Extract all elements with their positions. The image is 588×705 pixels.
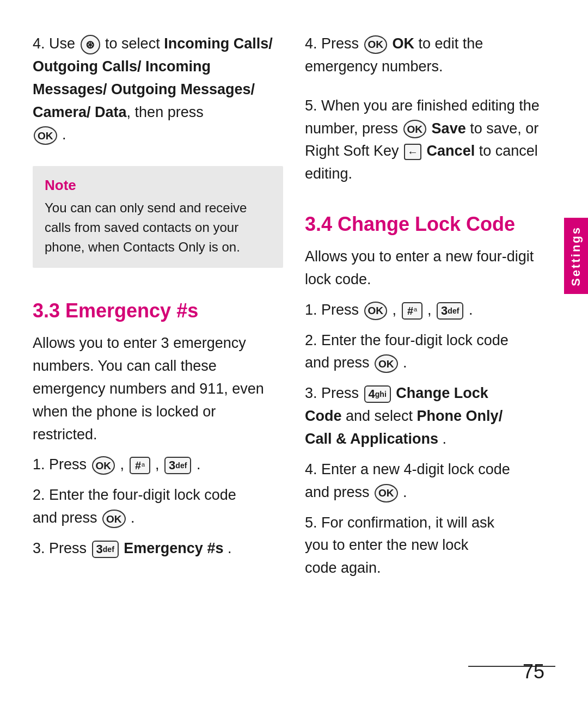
note-text: You can can only send and receive calls … xyxy=(45,198,271,257)
section34-intro: Allows you to enter a new four-digit loc… xyxy=(305,246,555,291)
three-key-emerg: 3def xyxy=(92,541,119,558)
step4-prefix: 4. Use xyxy=(33,35,75,52)
step3-33: 3. Press 3def Emergency #s . xyxy=(33,537,283,560)
page-container: 4. Use ⊛ to select Incoming Calls/ Outgo… xyxy=(0,0,588,705)
step3-34-bold1: Change Lock xyxy=(396,385,488,401)
step2-34-dot: . xyxy=(403,354,407,371)
step4-comma: , then press xyxy=(127,104,204,120)
step1-34-comma2: , xyxy=(427,302,436,318)
step5-save: Save xyxy=(432,120,466,137)
ok-key-34-4: OK xyxy=(375,484,398,502)
right-column: 4. Press OK OK to edit the emergency num… xyxy=(305,33,555,672)
step2-33: 2. Enter the four-digit lock code and pr… xyxy=(33,484,283,530)
step5-right: 5. When you are finished editing the num… xyxy=(305,95,555,186)
ok-key-step4: OK xyxy=(34,126,57,145)
step4-period: . xyxy=(58,126,66,143)
note-title: Note xyxy=(45,177,271,194)
settings-tab-text: Settings xyxy=(569,226,583,286)
step3-34: 3. Press 4ghi Change Lock Code and selec… xyxy=(305,382,555,451)
step1-34-text: 1. Press xyxy=(305,302,363,318)
ok-key-2: OK xyxy=(102,510,126,528)
ok-key-34-2: OK xyxy=(375,354,398,373)
left-column: 4. Use ⊛ to select Incoming Calls/ Outgo… xyxy=(33,33,283,672)
step3-33-bold: Emergency #s xyxy=(124,540,223,556)
step5-cancel: Cancel xyxy=(427,143,475,159)
step5-34: 5. For confirmation, it will ask you to … xyxy=(305,512,555,580)
step3-34-bold2: Code xyxy=(305,408,342,424)
step2-34-line1: 2. Enter the four-digit lock code xyxy=(305,332,509,348)
step1-33-comma1: , xyxy=(120,456,128,473)
nav-key-icon: ⊛ xyxy=(81,35,100,54)
step3-34-bold3: Phone Only/ xyxy=(417,408,503,424)
ok-key-right5: OK xyxy=(403,120,427,138)
step3-33-period: . xyxy=(228,540,232,556)
step2-33-line1: 2. Enter the four-digit lock code xyxy=(33,487,236,503)
step1-33: 1. Press OK , #a , 3def . xyxy=(33,453,283,476)
step5-34-line1: 5. For confirmation, it will ask xyxy=(305,514,494,531)
step4-right-prefix: 4. Press xyxy=(305,35,363,52)
hash-key-1: #a xyxy=(130,457,150,474)
step1-33-text: 1. Press xyxy=(33,456,91,473)
step1-33-comma2: , xyxy=(155,456,163,473)
step2-34: 2. Enter the four-digit lock code and pr… xyxy=(305,329,555,375)
step2-34-line2: and press xyxy=(305,354,370,371)
step5-34-line3: code again. xyxy=(305,560,381,576)
step1-34-dot: . xyxy=(469,302,473,318)
three-key-2: 3def xyxy=(437,302,463,320)
four-key: 4ghi xyxy=(364,385,391,403)
three-key-1: 3def xyxy=(164,457,191,474)
section33-title: 3.3 Emergency #s xyxy=(33,299,283,322)
step3-33-text: 3. Press xyxy=(33,540,91,556)
step4-34-line1: 4. Enter a new 4-digit lock code xyxy=(305,461,510,477)
step4-to-select: to select xyxy=(105,35,160,52)
settings-tab-container: Settings xyxy=(564,218,588,294)
step4-right: 4. Press OK OK to edit the emergency num… xyxy=(305,33,555,78)
soft-key-right: ← xyxy=(404,144,421,160)
step4-left: 4. Use ⊛ to select Incoming Calls/ Outgo… xyxy=(33,33,283,146)
step3-34-text: 3. Press xyxy=(305,385,363,401)
step4-34: 4. Enter a new 4-digit lock code and pre… xyxy=(305,458,555,504)
ok-key-right4: OK xyxy=(364,35,388,54)
step5-34-line2: you to enter the new lock xyxy=(305,537,468,553)
note-box: Note You can can only send and receive c… xyxy=(33,166,283,268)
step2-33-dot: . xyxy=(131,510,135,526)
step3-34-text2: and select xyxy=(346,408,417,424)
step4-right-ok: OK xyxy=(393,35,415,52)
step1-34: 1. Press OK , #a , 3def . xyxy=(305,299,555,322)
step4-34-dot: . xyxy=(403,484,407,500)
ok-key-1: OK xyxy=(92,456,115,475)
step3-34-bold4: Call & Applications xyxy=(305,431,438,447)
page-number: 75 xyxy=(523,660,544,683)
step1-33-dot: . xyxy=(197,456,201,473)
hash-key-2: #a xyxy=(402,302,422,320)
step1-34-comma1: , xyxy=(393,302,401,318)
step2-33-line2: and press xyxy=(33,510,97,526)
step3-34-period: . xyxy=(443,431,447,447)
step4-34-line2: and press xyxy=(305,484,370,500)
section34-title: 3.4 Change Lock Code xyxy=(305,213,555,236)
section33-intro: Allows you to enter 3 emergency numbers.… xyxy=(33,332,283,446)
ok-key-34-1: OK xyxy=(364,302,388,320)
